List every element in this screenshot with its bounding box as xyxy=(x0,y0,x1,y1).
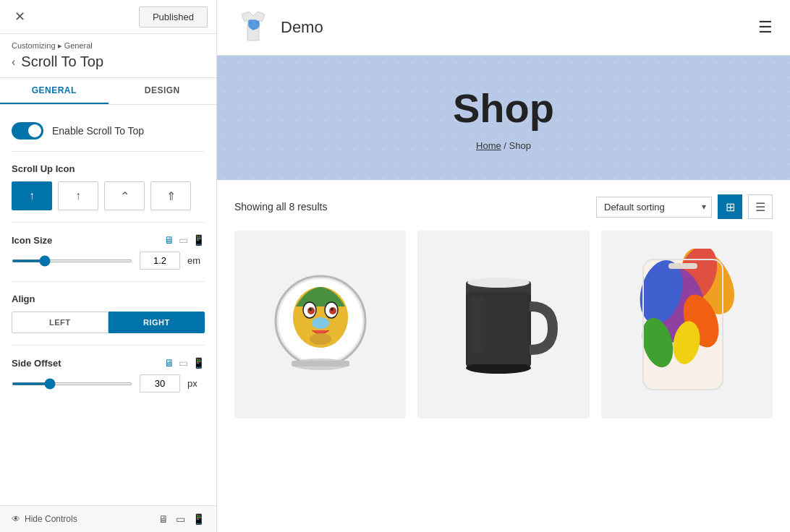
svg-point-13 xyxy=(331,308,334,311)
list-view-btn[interactable]: ☰ xyxy=(748,194,773,219)
shop-hero-title: Shop xyxy=(232,85,776,132)
product-card-1[interactable] xyxy=(234,231,406,419)
close-button[interactable]: ✕ xyxy=(9,6,31,27)
results-count: Showing all 8 results xyxy=(234,201,327,213)
back-arrow[interactable]: ‹ xyxy=(12,56,15,69)
side-offset-row: Side Offset 🖥 ▭ 📱 xyxy=(12,357,205,369)
icon-size-label: Icon Size xyxy=(12,235,52,246)
device-tablet-icon[interactable]: ▭ xyxy=(179,234,188,246)
bottom-mobile-icon[interactable]: 📱 xyxy=(192,513,205,525)
shop-hero: Shop Home / Shop xyxy=(217,56,790,180)
divider-2 xyxy=(12,281,205,282)
side-offset-mobile-icon[interactable]: 📱 xyxy=(192,357,205,369)
breadcrumb: Customizing ▸ General xyxy=(12,41,205,51)
svg-rect-18 xyxy=(292,361,349,366)
top-bar: ✕ Published xyxy=(0,0,216,34)
product-image-1 xyxy=(263,267,378,382)
side-offset-slider-row: 30 px xyxy=(12,374,205,392)
align-right-btn[interactable]: RIGHT xyxy=(109,312,205,333)
icon-size-slider-row: 1.2 em xyxy=(12,252,205,270)
scroll-up-icon-label: Scroll Up Icon xyxy=(12,163,205,174)
enable-scroll-toggle[interactable] xyxy=(12,122,43,140)
enable-scroll-toggle-row: Enable Scroll To Top xyxy=(12,116,205,152)
align-left-btn[interactable]: LEFT xyxy=(12,312,109,333)
svg-point-1 xyxy=(248,20,252,24)
svg-point-15 xyxy=(310,333,331,345)
device-mobile-icon[interactable]: 📱 xyxy=(192,234,205,246)
product-grid xyxy=(234,231,773,419)
divider-3 xyxy=(12,345,205,346)
panel-header: Customizing ▸ General ‹ Scroll To Top xyxy=(0,34,216,78)
hide-controls-label: Hide Controls xyxy=(25,514,77,524)
icon-btn-3[interactable]: ⌃ xyxy=(104,181,145,210)
svg-point-22 xyxy=(467,278,530,288)
side-offset-desktop-icon[interactable]: 🖥 xyxy=(164,357,174,369)
align-options-row: LEFT RIGHT xyxy=(12,312,205,333)
side-offset-unit: px xyxy=(187,378,205,389)
side-offset-slider[interactable] xyxy=(12,382,132,385)
panel-title-row: ‹ Scroll To Top xyxy=(12,53,205,70)
hamburger-icon[interactable]: ☰ xyxy=(758,18,773,37)
sort-wrapper: Default sorting Sort by popularity Sort … xyxy=(596,197,712,218)
icon-size-value-input[interactable]: 1.2 xyxy=(140,252,180,270)
side-offset-value-input[interactable]: 30 xyxy=(140,374,180,392)
bottom-device-icons: 🖥 ▭ 📱 xyxy=(158,513,205,525)
product-image-3 xyxy=(629,249,744,400)
product-card-2[interactable] xyxy=(417,231,589,419)
breadcrumb-arrow: ▸ xyxy=(58,41,62,50)
icon-btn-1[interactable]: ↑ xyxy=(12,181,52,210)
sort-select[interactable]: Default sorting Sort by popularity Sort … xyxy=(596,197,712,218)
shop-hero-breadcrumb: Home / Shop xyxy=(232,140,776,151)
svg-point-2 xyxy=(256,21,260,25)
icon-btn-2[interactable]: ↑ xyxy=(58,181,98,210)
breadcrumb-sep: / xyxy=(504,140,506,151)
breadcrumb-general: General xyxy=(64,41,93,50)
published-button[interactable]: Published xyxy=(139,7,208,27)
bottom-bar: 👁 Hide Controls 🖥 ▭ 📱 xyxy=(0,505,216,532)
svg-point-3 xyxy=(252,27,255,30)
site-logo: Demo xyxy=(234,9,323,46)
icon-btn-4[interactable]: ⇑ xyxy=(150,181,191,210)
side-offset-tablet-icon[interactable]: ▭ xyxy=(179,357,188,369)
tab-general[interactable]: GENERAL xyxy=(0,78,109,104)
divider-1 xyxy=(12,222,205,223)
shop-toolbar: Showing all 8 results Default sorting So… xyxy=(234,194,773,219)
product-card-3[interactable] xyxy=(601,231,773,419)
tab-bar: GENERAL DESIGN xyxy=(0,78,216,105)
panel-content: Enable Scroll To Top Scroll Up Icon ↑ ↑ … xyxy=(0,105,216,505)
product-image-2 xyxy=(446,252,561,397)
customizer-panel: ✕ Published Customizing ▸ General ‹ Scro… xyxy=(0,0,217,532)
icon-size-row: Icon Size 🖥 ▭ 📱 xyxy=(12,234,205,246)
svg-point-14 xyxy=(312,317,329,329)
device-desktop-icon[interactable]: 🖥 xyxy=(164,234,174,246)
shop-content: Showing all 8 results Default sorting So… xyxy=(217,180,790,532)
bottom-tablet-icon[interactable]: ▭ xyxy=(176,513,185,525)
side-offset-device-icons: 🖥 ▭ 📱 xyxy=(164,357,205,369)
svg-point-12 xyxy=(309,308,312,311)
align-label: Align xyxy=(12,293,205,304)
breadcrumb-home-link[interactable]: Home xyxy=(476,140,501,151)
icon-size-device-icons: 🖥 ▭ 📱 xyxy=(164,234,205,246)
icon-size-unit: em xyxy=(187,255,205,266)
icon-size-slider[interactable] xyxy=(12,259,132,262)
site-name: Demo xyxy=(281,18,323,37)
site-preview: Demo ☰ Shop Home / Shop Showing all 8 re… xyxy=(217,0,790,532)
hide-controls-btn[interactable]: 👁 Hide Controls xyxy=(12,514,77,524)
side-offset-label: Side Offset xyxy=(12,358,61,369)
svg-rect-34 xyxy=(668,263,697,269)
breadcrumb-current: Shop xyxy=(509,140,531,151)
bottom-desktop-icon[interactable]: 🖥 xyxy=(158,513,169,525)
svg-rect-24 xyxy=(471,296,485,353)
eye-icon: 👁 xyxy=(12,514,20,524)
logo-icon xyxy=(234,9,272,46)
icon-options-row: ↑ ↑ ⌃ ⇑ xyxy=(12,181,205,210)
enable-scroll-label: Enable Scroll To Top xyxy=(52,125,144,137)
panel-title-text: Scroll To Top xyxy=(21,53,103,70)
grid-view-btn[interactable]: ⊞ xyxy=(718,194,742,219)
toolbar-right: Default sorting Sort by popularity Sort … xyxy=(596,194,773,219)
tab-design[interactable]: DESIGN xyxy=(109,78,217,104)
site-header: Demo ☰ xyxy=(217,0,790,56)
breadcrumb-customizing: Customizing xyxy=(12,41,56,50)
